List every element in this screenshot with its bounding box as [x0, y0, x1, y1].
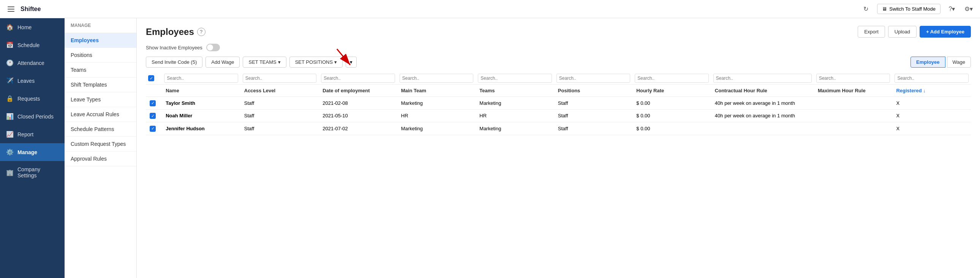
page-title-row: Employees ?: [146, 27, 205, 37]
row-registered: X: [892, 97, 971, 110]
employee-tab[interactable]: Employee: [910, 57, 945, 68]
row-maximum-hour-rule: [814, 122, 892, 135]
sub-sidebar-item-leave-types[interactable]: Leave Types: [65, 92, 136, 107]
sidebar-item-schedule[interactable]: 📅 Schedule: [0, 36, 65, 54]
set-teams-button[interactable]: SET TEAMS ▾: [243, 57, 286, 68]
row-positions: Staff: [554, 110, 633, 122]
row-access-level: Staff: [240, 122, 319, 135]
switch-staff-button[interactable]: 🖥 Switch To Staff Mode: [877, 4, 940, 14]
row-teams: Marketing: [476, 122, 554, 135]
search-contractual-input[interactable]: [713, 74, 812, 83]
page-help-icon[interactable]: ?: [197, 28, 205, 36]
layout: 🏠 Home 📅 Schedule 🕐 Attendance ✈️ Leaves…: [0, 18, 980, 278]
report-icon: 📈: [6, 131, 14, 138]
sidebar-item-requests[interactable]: 🔒 Requests: [0, 90, 65, 108]
set-positions-button[interactable]: SET POSITIONS ▾: [290, 57, 343, 68]
th-contractual-hour-rule[interactable]: Contractual Hour Rule: [711, 85, 814, 97]
row-main-team: Marketing: [397, 97, 476, 110]
row-contractual-hour-rule: [711, 122, 814, 135]
th-teams[interactable]: Teams: [476, 85, 554, 97]
topbar-right: ↻ 🖥 Switch To Staff Mode ?▾ ⚙▾: [860, 4, 974, 14]
row-maximum-hour-rule: [814, 110, 892, 122]
search-main-team-input[interactable]: [399, 74, 474, 83]
row-checkbox[interactable]: ✓: [150, 126, 156, 132]
table-row: ✓ Jennifer Hudson Staff 2021-07-02 Marke…: [146, 122, 971, 135]
hamburger-menu[interactable]: [6, 5, 16, 13]
row-name: Jennifer Hudson: [162, 122, 240, 135]
row-contractual-hour-rule: 40h per week on average in 1 month: [711, 97, 814, 110]
sub-sidebar: Manage Employees Positions Teams Shift T…: [65, 18, 137, 278]
search-registered-input[interactable]: [894, 74, 969, 83]
home-icon: 🏠: [6, 24, 14, 31]
main-content: Employees ? Export Upload + Add Employee…: [137, 18, 980, 278]
row-positions: Staff: [554, 122, 633, 135]
export-button[interactable]: Export: [858, 26, 885, 38]
sub-sidebar-item-teams[interactable]: Teams: [65, 63, 136, 78]
search-hourly-cell: [632, 72, 711, 85]
refresh-icon[interactable]: ↻: [860, 4, 871, 14]
sidebar-item-leaves[interactable]: ✈️ Leaves: [0, 72, 65, 90]
help-icon[interactable]: ?▾: [947, 4, 957, 14]
sidebar-item-manage[interactable]: ⚙️ Manage: [0, 143, 65, 161]
sub-sidebar-item-shift-templates[interactable]: Shift Templates: [65, 78, 136, 92]
table-row: ✓ Taylor Smith Staff 2021-02-08 Marketin…: [146, 97, 971, 110]
th-maximum-hour-rule[interactable]: Maximum Hour Rule: [814, 85, 892, 97]
search-hourly-input[interactable]: [635, 74, 709, 83]
add-wage-button[interactable]: Add Wage: [205, 57, 240, 68]
sort-icon: ↓: [923, 88, 926, 94]
topbar-left: Shiftee: [6, 5, 41, 13]
row-checkbox[interactable]: ✓: [150, 100, 156, 106]
th-registered[interactable]: Registered ↓: [892, 85, 971, 97]
upload-button[interactable]: Upload: [888, 26, 916, 38]
toggle-row: Show Inactive Employees: [146, 44, 971, 51]
brand-logo: Shiftee: [21, 6, 41, 13]
sub-sidebar-item-schedule-patterns[interactable]: Schedule Patterns: [65, 122, 136, 137]
search-date-input[interactable]: [321, 74, 395, 83]
search-access-cell: [240, 72, 319, 85]
th-access-level[interactable]: Access Level: [240, 85, 319, 97]
row-checkbox[interactable]: ✓: [150, 113, 156, 119]
page-title: Employees: [146, 27, 194, 37]
search-name-cell: [162, 72, 240, 85]
sidebar-item-report[interactable]: 📈 Report: [0, 125, 65, 143]
search-positions-input[interactable]: [557, 74, 630, 83]
more-options-button[interactable]: ▾: [346, 57, 357, 68]
row-checkbox-cell: ✓: [146, 122, 162, 135]
column-headers-row: Name Access Level Date of employment Mai…: [146, 85, 971, 97]
sidebar-item-closed-periods[interactable]: 📊 Closed Periods: [0, 108, 65, 125]
th-positions[interactable]: Positions: [554, 85, 633, 97]
set-positions-chevron-icon: ▾: [334, 59, 337, 65]
sidebar-item-company-settings[interactable]: 🏢 Company Settings: [0, 161, 65, 184]
row-contractual-hour-rule: 40h per week on average in 1 month: [711, 110, 814, 122]
sidebar-item-home[interactable]: 🏠 Home: [0, 18, 65, 36]
th-main-team[interactable]: Main Team: [397, 85, 476, 97]
wage-tab[interactable]: Wage: [947, 57, 971, 68]
employees-table: ✓ Name: [146, 72, 971, 135]
sub-sidebar-item-positions[interactable]: Positions: [65, 48, 136, 63]
add-employee-button[interactable]: + Add Employee: [920, 26, 971, 38]
settings-gear-icon[interactable]: ⚙▾: [963, 4, 974, 14]
send-invite-code-button[interactable]: Send Invite Code (5): [146, 57, 202, 68]
row-positions: Staff: [554, 97, 633, 110]
sub-sidebar-item-custom-request-types[interactable]: Custom Request Types: [65, 137, 136, 151]
search-teams-input[interactable]: [478, 74, 552, 83]
th-name[interactable]: Name: [162, 85, 240, 97]
select-all-checkbox[interactable]: ✓: [148, 75, 154, 81]
search-name-input[interactable]: [164, 74, 238, 83]
row-teams: Marketing: [476, 97, 554, 110]
sub-sidebar-item-approval-rules[interactable]: Approval Rules: [65, 151, 136, 166]
th-date-of-employment[interactable]: Date of employment: [319, 85, 397, 97]
topbar: Shiftee ↻ 🖥 Switch To Staff Mode ?▾ ⚙▾: [0, 0, 980, 18]
row-access-level: Staff: [240, 97, 319, 110]
th-checkbox: [146, 85, 162, 97]
row-date-of-employment: 2021-07-02: [319, 122, 397, 135]
sidebar-item-attendance[interactable]: 🕐 Attendance: [0, 54, 65, 72]
sub-sidebar-item-leave-accrual-rules[interactable]: Leave Accrual Rules: [65, 107, 136, 122]
search-max-input[interactable]: [816, 74, 890, 83]
search-access-input[interactable]: [243, 74, 317, 83]
sidebar: 🏠 Home 📅 Schedule 🕐 Attendance ✈️ Leaves…: [0, 18, 65, 278]
sub-sidebar-item-employees[interactable]: Employees: [65, 33, 136, 48]
show-inactive-toggle[interactable]: [206, 44, 220, 51]
row-checkbox-cell: ✓: [146, 97, 162, 110]
th-hourly-rate[interactable]: Hourly Rate: [632, 85, 711, 97]
